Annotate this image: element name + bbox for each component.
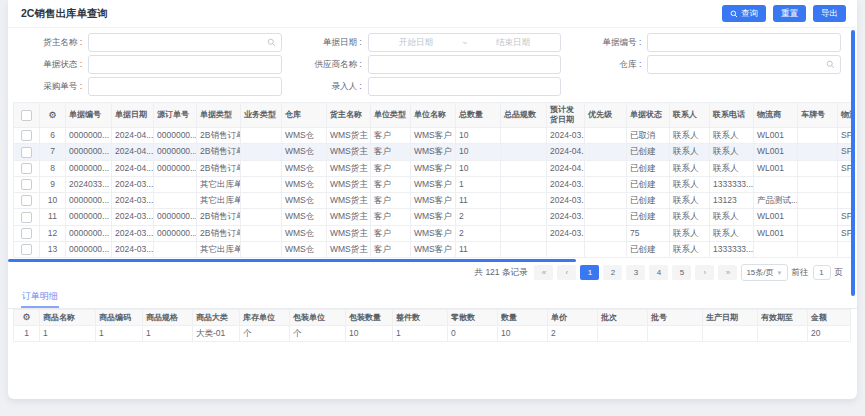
warehouse-input[interactable] — [647, 55, 841, 74]
table-cell: 0000000... — [66, 225, 112, 241]
doc-status-input[interactable] — [88, 55, 282, 74]
row-checkbox[interactable] — [21, 130, 32, 141]
table-row[interactable]: 80000000...2024-04...0000000...2B销售订单WMS… — [14, 160, 855, 176]
row-checkbox[interactable] — [21, 212, 32, 223]
column-settings-icon[interactable]: ⚙ — [48, 110, 56, 120]
table-cell: WL001 — [754, 209, 798, 225]
order-detail-tab[interactable]: 订单明细 — [21, 288, 59, 308]
row-checkbox[interactable] — [21, 179, 32, 190]
doc-date-input[interactable]: 开始日期~结束日期 — [368, 33, 562, 52]
owner-name-input[interactable] — [88, 33, 282, 52]
table-cell: 2024-03... — [112, 241, 154, 257]
table-cell — [798, 193, 838, 209]
table-row[interactable]: 130000000...2024-03...其它出库单WMS仓WMS货主客户WM… — [14, 241, 855, 257]
table-cell: 13 — [40, 241, 66, 257]
search-button[interactable]: 查询 — [722, 5, 766, 22]
table-cell: 1333333... — [710, 176, 754, 192]
table-cell — [585, 209, 627, 225]
supplier-name-text-input[interactable] — [374, 60, 556, 70]
column-header: 车牌号 — [798, 103, 838, 128]
row-select-cell[interactable] — [14, 176, 40, 192]
table-cell: 2024-03... — [547, 128, 585, 144]
doc-no-text-input[interactable] — [653, 38, 835, 48]
start-date-placeholder[interactable]: 开始日期 — [374, 37, 459, 49]
title-bar: 2C销售出库单查询 查询 重置 导出 — [8, 0, 857, 28]
row-checkbox[interactable] — [21, 147, 32, 158]
reset-button[interactable]: 重置 — [773, 5, 806, 22]
row-select-cell[interactable] — [14, 225, 40, 241]
table-row[interactable]: 1111大类-01个个101010220 — [14, 326, 851, 342]
select-all-checkbox[interactable] — [21, 110, 32, 121]
table-cell — [241, 160, 282, 176]
row-checkbox[interactable] — [21, 163, 32, 174]
row-select-cell[interactable] — [14, 128, 40, 144]
row-select-cell[interactable] — [14, 209, 40, 225]
table-cell: 2024-03... — [547, 225, 585, 241]
table-row[interactable]: 100000000...2024-03...其它出库单WMS仓WMS货主客户WM… — [14, 193, 855, 209]
column-settings-header[interactable]: ⚙ — [14, 310, 40, 326]
table-row[interactable]: 110000000...2024-03...0000000...2B销售订单WM… — [14, 209, 855, 225]
next-page-button[interactable]: › — [695, 265, 714, 280]
last-page-button[interactable]: » — [718, 265, 737, 280]
table-cell — [241, 193, 282, 209]
row-checkbox[interactable] — [21, 228, 32, 239]
vertical-scrollbar[interactable] — [851, 30, 855, 296]
table-cell: 2024-03... — [547, 209, 585, 225]
row-checkbox[interactable] — [21, 195, 32, 206]
page-button[interactable]: 2 — [603, 265, 622, 280]
column-settings-header[interactable]: ⚙ — [40, 103, 66, 128]
page: 2C销售出库单查询 查询 重置 导出 货主名称 :单据日期 :开始日期~结束日期… — [0, 0, 865, 416]
supplier-name-input[interactable] — [368, 55, 562, 74]
end-date-placeholder[interactable]: 结束日期 — [471, 37, 556, 49]
table-cell: 0000000... — [66, 128, 112, 144]
table-cell — [501, 209, 547, 225]
table-cell: 10 — [40, 193, 66, 209]
purchase-no-text-input[interactable] — [94, 82, 276, 92]
page-button[interactable]: 5 — [672, 265, 691, 280]
table-cell: 11 — [456, 241, 501, 257]
warehouse-text-input[interactable] — [653, 60, 826, 70]
table-cell: 客户 — [371, 176, 411, 192]
purchase-no-input[interactable] — [88, 77, 282, 96]
first-page-button[interactable]: « — [534, 265, 553, 280]
table-cell: 0000000... — [66, 193, 112, 209]
select-all-header[interactable] — [14, 103, 40, 128]
page-size-select[interactable]: 15条/页▼ — [741, 264, 787, 281]
table-cell: 联系人 — [670, 128, 710, 144]
column-header: 单价 — [548, 310, 598, 326]
table-cell: 联系人 — [670, 209, 710, 225]
table-row[interactable]: 60000000...2024-04...0000000...2B销售订单WMS… — [14, 128, 855, 144]
table-cell: 0000000... — [66, 160, 112, 176]
entry-person-text-input[interactable] — [374, 82, 556, 92]
table-cell: WMS客户 — [411, 225, 456, 241]
goto-label: 前往 — [792, 267, 809, 279]
row-select-cell[interactable] — [14, 160, 40, 176]
column-header: 单据编号 — [66, 103, 112, 128]
export-button[interactable]: 导出 — [813, 5, 846, 22]
row-checkbox[interactable] — [21, 244, 32, 255]
page-button[interactable]: 4 — [649, 265, 668, 280]
page-button[interactable]: 3 — [626, 265, 645, 280]
table-cell: WMS仓 — [282, 144, 327, 160]
table-cell: 2024-03... — [112, 176, 154, 192]
detail-tabs: 订单明细 — [8, 285, 857, 309]
goto-page-input[interactable] — [813, 265, 831, 280]
doc-status-text-input[interactable] — [94, 60, 276, 70]
table-row[interactable]: 92024033...2024-03...其它出库单WMS仓WMS货主客户WMS… — [14, 176, 855, 192]
owner-name-text-input[interactable] — [94, 38, 267, 48]
table-cell: 2B销售订单 — [197, 209, 241, 225]
page-button[interactable]: 1 — [580, 265, 599, 280]
table-row[interactable]: 120000000...2024-03...0000000...2B销售订单WM… — [14, 225, 855, 241]
table-row[interactable]: 70000000...2024-04...0000000...2B销售订单WMS… — [14, 144, 855, 160]
doc-no-input[interactable] — [647, 33, 841, 52]
table-cell: 6 — [40, 128, 66, 144]
row-select-cell[interactable] — [14, 144, 40, 160]
table-cell: 2024-03... — [112, 225, 154, 241]
column-settings-icon[interactable]: ⚙ — [22, 312, 30, 322]
entry-person-input[interactable] — [368, 77, 562, 96]
row-select-cell[interactable] — [14, 193, 40, 209]
table-cell: 客户 — [371, 144, 411, 160]
table-cell — [241, 225, 282, 241]
row-select-cell[interactable] — [14, 241, 40, 257]
prev-page-button[interactable]: ‹ — [557, 265, 576, 280]
